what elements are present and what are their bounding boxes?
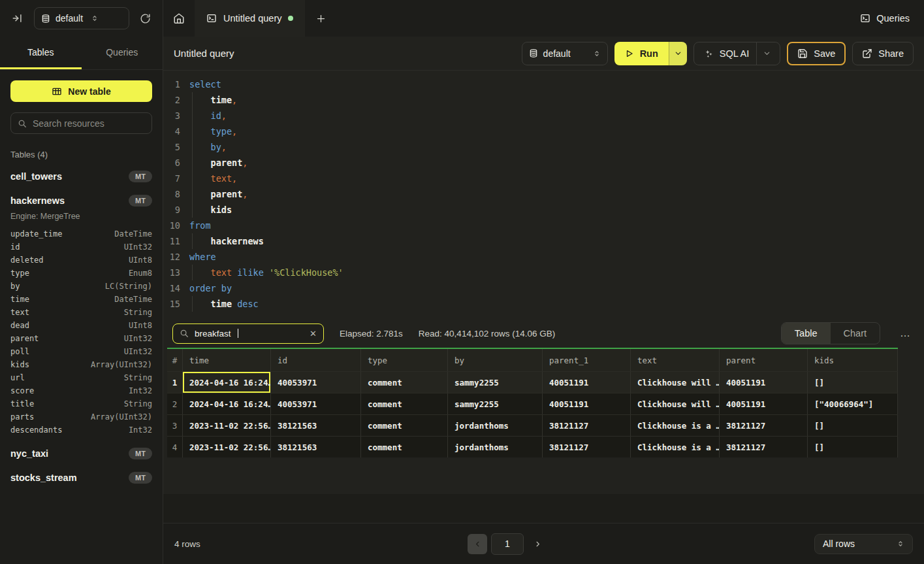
schema-column-update_time[interactable]: update_timeDateTime xyxy=(10,227,152,241)
table-cell[interactable]: [] xyxy=(808,415,898,436)
table-cell[interactable]: 40051191 xyxy=(543,372,631,393)
editor-line[interactable]: 6 parent, xyxy=(163,155,924,171)
table-cell[interactable]: Clickhouse is a … xyxy=(631,437,720,457)
database-selector-top[interactable]: default xyxy=(34,7,129,29)
table-cell[interactable]: ["40066964"] xyxy=(808,393,898,414)
column-header-kids[interactable]: kids xyxy=(808,349,898,371)
table-cell[interactable]: 40051191 xyxy=(543,393,631,414)
editor-line[interactable]: 7 text, xyxy=(163,171,924,186)
table-cell[interactable]: 38121127 xyxy=(543,437,631,457)
table-item-cell_towers[interactable]: cell_towersMT xyxy=(10,169,152,184)
tab-home[interactable] xyxy=(163,0,195,37)
next-page-button[interactable] xyxy=(528,534,547,554)
page-size-selector[interactable]: All rows xyxy=(814,534,913,554)
editor-line[interactable]: 3 id, xyxy=(163,108,924,124)
schema-column-parts[interactable]: partsArray(UInt32) xyxy=(10,410,152,423)
editor-line[interactable]: 9 kids xyxy=(163,202,924,218)
schema-column-descendants[interactable]: descendantsInt32 xyxy=(10,423,152,437)
prev-page-button[interactable] xyxy=(468,534,487,554)
column-header-text[interactable]: text xyxy=(631,349,720,371)
new-table-button[interactable]: New table xyxy=(10,80,152,102)
schema-column-dead[interactable]: deadUInt8 xyxy=(10,319,152,332)
row-number[interactable]: 4 xyxy=(167,437,183,457)
more-options-icon[interactable]: … xyxy=(896,327,915,339)
schema-column-time[interactable]: timeDateTime xyxy=(10,293,152,306)
view-tab-chart[interactable]: Chart xyxy=(831,323,880,344)
results-search[interactable]: breakfast ✕ xyxy=(172,323,324,344)
table-cell[interactable]: 38121127 xyxy=(720,437,808,457)
current-page[interactable]: 1 xyxy=(491,533,524,555)
schema-column-deleted[interactable]: deletedUInt8 xyxy=(10,254,152,267)
table-cell[interactable]: sammy2255 xyxy=(448,372,543,393)
editor-line[interactable]: 2 time, xyxy=(163,92,924,108)
editor-line[interactable]: 8 parent, xyxy=(163,186,924,202)
editor-line[interactable]: 4 type, xyxy=(163,124,924,139)
schema-column-id[interactable]: idUInt32 xyxy=(10,241,152,254)
table-cell[interactable]: 2023-11-02 22:56… xyxy=(183,415,271,436)
schema-column-poll[interactable]: pollUInt32 xyxy=(10,345,152,358)
table-cell[interactable]: 2023-11-02 22:56… xyxy=(183,437,271,457)
table-cell[interactable]: [] xyxy=(808,437,898,457)
row-number[interactable]: 2 xyxy=(167,393,183,414)
table-cell[interactable]: 38121127 xyxy=(720,415,808,436)
table-cell[interactable]: comment xyxy=(361,415,448,436)
table-cell[interactable]: jordanthoms xyxy=(448,437,543,457)
tab-untitled-query[interactable]: Untitled query xyxy=(195,0,305,37)
editor-line[interactable]: 15 time desc xyxy=(163,296,924,312)
queries-button[interactable]: Queries xyxy=(846,0,924,37)
table-cell[interactable]: jordanthoms xyxy=(448,415,543,436)
schema-column-url[interactable]: urlString xyxy=(10,371,152,384)
table-cell[interactable]: 40051191 xyxy=(720,393,808,414)
column-header-time[interactable]: time xyxy=(183,349,271,371)
save-button[interactable]: Save xyxy=(787,42,846,65)
sql-ai-options[interactable] xyxy=(756,42,771,65)
table-item-nyc_taxi[interactable]: nyc_taxiMT xyxy=(10,446,152,461)
table-item-stocks_stream[interactable]: stocks_streamMT xyxy=(10,471,152,485)
table-cell[interactable]: comment xyxy=(361,437,448,457)
search-input[interactable] xyxy=(33,118,145,129)
table-cell[interactable]: 38121563 xyxy=(271,437,361,457)
table-cell[interactable]: 38121563 xyxy=(271,415,361,436)
table-cell[interactable]: Clickhouse will … xyxy=(631,393,720,414)
table-cell[interactable]: 2024-04-16 16:24… xyxy=(183,372,271,393)
column-header-parent_1[interactable]: parent_1 xyxy=(543,349,631,371)
run-button[interactable]: Run xyxy=(614,42,669,65)
sidebar-tab-tables[interactable]: Tables xyxy=(0,37,82,69)
editor-line[interactable]: 10from xyxy=(163,218,924,233)
column-header-type[interactable]: type xyxy=(361,349,448,371)
table-cell[interactable]: 38121127 xyxy=(543,415,631,436)
table-cell[interactable]: comment xyxy=(361,393,448,414)
editor-line[interactable]: 1select xyxy=(163,76,924,92)
clear-search-icon[interactable]: ✕ xyxy=(310,329,317,339)
schema-column-kids[interactable]: kidsArray(UInt32) xyxy=(10,358,152,371)
editor-line[interactable]: 14order by xyxy=(163,280,924,296)
table-cell[interactable]: 2024-04-16 16:24… xyxy=(183,393,271,414)
table-cell[interactable]: sammy2255 xyxy=(448,393,543,414)
editor-line[interactable]: 5 by, xyxy=(163,139,924,155)
view-tab-table[interactable]: Table xyxy=(782,323,831,344)
collapse-sidebar-icon[interactable] xyxy=(9,10,26,27)
schema-column-type[interactable]: typeEnum8 xyxy=(10,267,152,280)
schema-column-by[interactable]: byLC(String) xyxy=(10,280,152,293)
schema-column-parent[interactable]: parentUInt32 xyxy=(10,332,152,345)
table-cell[interactable]: 40053971 xyxy=(271,372,361,393)
column-header-#[interactable]: # xyxy=(167,349,183,371)
schema-column-title[interactable]: titleString xyxy=(10,397,152,410)
sql-ai-button[interactable]: SQL AI xyxy=(693,42,780,65)
run-options-button[interactable] xyxy=(669,42,687,65)
schema-column-text[interactable]: textString xyxy=(10,306,152,319)
share-button[interactable]: Share xyxy=(852,42,914,65)
table-cell[interactable]: 40053971 xyxy=(271,393,361,414)
table-cell[interactable]: [] xyxy=(808,372,898,393)
new-tab-button[interactable] xyxy=(305,0,336,37)
table-cell[interactable]: Clickhouse will … xyxy=(631,372,720,393)
editor-line[interactable]: 11 hackernews xyxy=(163,233,924,249)
row-number[interactable]: 1 xyxy=(167,372,183,393)
column-header-id[interactable]: id xyxy=(271,349,361,371)
row-number[interactable]: 3 xyxy=(167,415,183,436)
schema-column-score[interactable]: scoreInt32 xyxy=(10,384,152,397)
editor-line[interactable]: 12where xyxy=(163,249,924,265)
database-selector[interactable]: default xyxy=(522,42,608,65)
table-cell[interactable]: 40051191 xyxy=(720,372,808,393)
table-item-hackernews[interactable]: hackernewsMT xyxy=(10,193,152,208)
